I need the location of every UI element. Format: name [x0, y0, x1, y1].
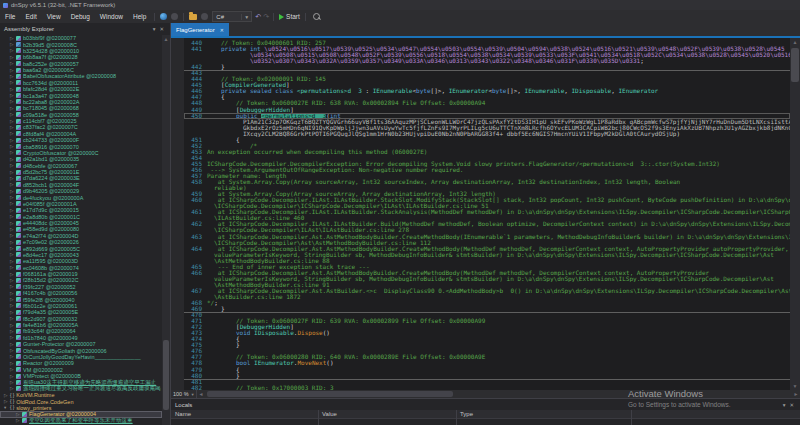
close-icon[interactable]: ✕ [157, 26, 166, 32]
tree-item-label: Gunter-Protector @02000007 [23, 341, 96, 347]
locals-column-type[interactable]: Type [460, 410, 473, 418]
tree-item-label: d42a1bd1 @02000035 [23, 156, 79, 162]
class-icon [16, 348, 21, 353]
scrollbar-thumb[interactable] [163, 340, 169, 410]
navigate-forward-icon: ↷ [263, 13, 269, 20]
panel-position-icon[interactable]: ▾ [781, 402, 788, 408]
tree-item-label: fa4e81b6 @0200005A [23, 322, 78, 328]
tree-item-label: b03bbf9f @02000077 [23, 35, 76, 41]
tree-item-label: e892d669 @0200005C [23, 246, 80, 252]
close-icon[interactable]: ✕ [787, 402, 796, 408]
horizontal-scrollbar[interactable] [205, 390, 792, 398]
column-divider[interactable] [631, 410, 632, 425]
class-icon [16, 278, 21, 283]
scrollbar-thumb[interactable] [791, 48, 799, 82]
class-icon [16, 48, 21, 53]
language-select[interactable]: C# ▼ [212, 11, 252, 22]
scroll-right-icon[interactable]: ► [792, 391, 800, 397]
locals-title: Locals [175, 402, 192, 408]
panel-position-icon[interactable]: ▾ [151, 26, 158, 32]
class-icon [16, 195, 21, 200]
tree-item-label: e17d7d9c @02000015 [23, 207, 79, 213]
tree-item-label: f4167c4b @02000056 [23, 290, 77, 296]
tab-flaggenerator[interactable]: FlagGenerator ✕ [171, 23, 229, 36]
navigate-back-icon[interactable]: ↶ [255, 13, 261, 20]
class-icon [16, 233, 21, 238]
class-icon [16, 80, 21, 85]
menu-help[interactable]: Help [128, 13, 151, 20]
debug-blue-icon[interactable] [160, 13, 167, 20]
menu-window[interactable]: Window [95, 13, 128, 20]
class-icon [16, 323, 21, 328]
class-icon [16, 259, 21, 264]
menu-file[interactable]: File [0, 13, 20, 20]
tree-item[interactable]: ▷OiCuntJollyGoodDayYeHavin______________… [0, 354, 162, 360]
document-area: FlagGenerator ✕ 440// Token: 0x04000601 … [171, 23, 800, 425]
class-icon [16, 374, 21, 379]
open-folder-icon[interactable] [189, 14, 197, 20]
class-icon [16, 303, 21, 308]
menu-edit[interactable]: Edit [20, 13, 41, 20]
editor-vertical-scrollbar[interactable]: ▲ ▼ [790, 38, 800, 390]
column-divider[interactable] [318, 410, 319, 425]
scroll-up-icon[interactable]: ▲ [162, 35, 170, 43]
locals-header: Locals ▾ ✕ [171, 399, 800, 410]
tree-item[interactable]: ▷遥琨园撞绳过堇义习吩唯一正兴敦道尽敦禹反歧庸圾庵竭 [0, 386, 162, 392]
class-icon [16, 163, 21, 168]
class-icon [16, 214, 21, 219]
panel-drag-area[interactable] [196, 403, 776, 406]
chevron-down-icon: ▾ [192, 392, 194, 397]
locals-column-value[interactable]: Value [322, 410, 337, 418]
tab-close-icon[interactable]: ✕ [220, 27, 224, 33]
class-icon [16, 68, 21, 73]
class-icon [16, 252, 21, 257]
search-icon[interactable] [313, 13, 320, 20]
tree-item-label: f8c2d907 @02000032 [23, 316, 77, 322]
class-icon [16, 335, 21, 340]
class-icon [16, 138, 21, 143]
chevron-down-icon: ▼ [241, 14, 251, 20]
locals-column-name[interactable]: Name [175, 410, 191, 418]
scroll-up-icon[interactable]: ▲ [790, 38, 800, 46]
tree-item[interactable]: ▷变空0:因变恶来了和变平呼等乐未开动这重 [0, 418, 162, 424]
class-icon [16, 55, 21, 60]
tree-item-label: bc1a3a47 @02000048 [23, 93, 79, 99]
menu-view[interactable]: View [42, 13, 66, 20]
tree-item-label: de4fuckyou @0200000A [23, 195, 83, 201]
code-editor[interactable]: 440// Token: 0x04000601 RID: 257441priva… [171, 38, 790, 390]
tree-item-label: FlagGenerator @02000004 [29, 411, 96, 417]
scroll-left-icon[interactable]: ◄ [197, 391, 205, 397]
panel-drag-area[interactable] [58, 28, 147, 31]
tree-item-label: fb93c64f @02000064 [23, 328, 76, 334]
class-icon [16, 272, 21, 277]
tree-item-label: bcc7634d @02000011 [23, 80, 78, 86]
menu-debug[interactable]: Debug [66, 13, 95, 20]
class-icon [16, 112, 21, 117]
tree-item-label: 变空0:因变恶来了和变平呼等乐未开动这重 [29, 418, 133, 424]
tree-item-label: CryptoObfuscator @0200000C [23, 150, 99, 156]
tree-item-label: fd1b7840 @02000049 [23, 335, 78, 341]
class-icon [22, 412, 27, 417]
scrollbar-thumb[interactable] [207, 391, 454, 397]
start-icon [279, 14, 284, 20]
locals-column-headers: NameValueType [171, 410, 800, 419]
scroll-down-icon[interactable]: ▼ [790, 382, 800, 390]
column-divider[interactable] [456, 410, 457, 425]
sidebar-scrollbar[interactable]: ▲ [162, 35, 170, 425]
tree-item-label: ba8c252e @02000057 [23, 61, 79, 67]
zoom-control[interactable]: 100 % ▾ [171, 390, 197, 398]
tree-item-label: baa6a2 @0200006C [23, 67, 74, 73]
window-title: dnSpy v6.5.1 (32-bit, .NET Framework) [11, 2, 115, 8]
class-icon [16, 227, 21, 232]
tree-item-label: e74a2f74 @0200004D [23, 233, 78, 239]
class-icon [16, 74, 21, 79]
tree-item-label: f59fe2f8 @02000040 [23, 297, 74, 303]
tree-item-label: f28b15d2 @0200002C [23, 277, 78, 283]
tree-item-label: cba58916 @02000070 [23, 144, 79, 150]
class-icon [16, 189, 21, 194]
class-icon [16, 208, 21, 213]
editor-bottom-bar: 100 % ▾ ◄ ► [171, 390, 800, 398]
class-icon [16, 380, 21, 385]
start-button[interactable]: Start [279, 13, 300, 20]
breakpoint-margin[interactable] [171, 38, 184, 390]
